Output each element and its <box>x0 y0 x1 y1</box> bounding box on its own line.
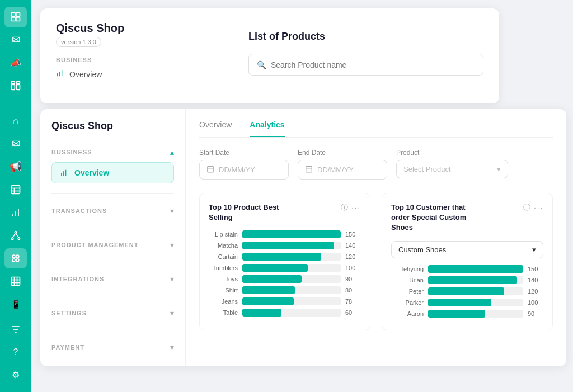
table-icon[interactable] <box>4 180 27 200</box>
filter-icon[interactable] <box>4 319 27 339</box>
bar-fill <box>428 310 485 318</box>
svg-point-23 <box>16 259 19 262</box>
end-date-input[interactable]: DD/MM/YY <box>298 160 387 180</box>
transactions-chevron <box>170 206 174 215</box>
nav-item-overview[interactable]: Overview <box>51 162 174 183</box>
business-chevron <box>170 148 174 157</box>
bar-fill <box>428 265 523 273</box>
info-icon-right[interactable] <box>523 202 530 212</box>
bar-label: Parker <box>391 299 424 306</box>
charts-row: Top 10 Product Best Selling Lip stain 15… <box>199 193 553 330</box>
mail-icon[interactable]: ✉ <box>4 30 27 50</box>
nav-section-business: BUSSINESS Overview <box>40 141 185 188</box>
svg-point-15 <box>15 232 16 233</box>
bar-label: Peter <box>391 288 424 295</box>
bar-track <box>242 309 341 317</box>
payment-chevron <box>170 343 174 352</box>
bar-fill <box>242 242 334 249</box>
settings-chevron <box>170 309 174 318</box>
payment-header[interactable]: PAYMENT <box>51 341 174 354</box>
bar-value: 78 <box>345 298 361 305</box>
bar-item: Table 60 <box>209 309 361 317</box>
chart-best-selling: Top 10 Product Best Selling Lip stain 15… <box>199 193 370 330</box>
more-icon-left[interactable] <box>351 204 361 212</box>
nav-section-settings: SETTINGS <box>40 302 185 324</box>
network-icon[interactable] <box>4 225 27 246</box>
bar-value: 80 <box>345 287 361 294</box>
integrations-header[interactable]: INTEGRATIONS <box>51 272 174 286</box>
bg-overview-label: Overview <box>69 70 102 79</box>
svg-point-22 <box>12 259 15 262</box>
home2-icon[interactable]: ⌂ <box>4 111 27 131</box>
tab-overview[interactable]: Overview <box>199 120 232 137</box>
bar-track <box>428 299 523 306</box>
bar-label: Matcha <box>209 242 238 249</box>
megaphone-icon[interactable]: 📣 <box>4 53 27 73</box>
bg-list-title: List of Products <box>248 31 483 42</box>
bar-fill <box>428 276 517 284</box>
product-label: Product <box>396 149 508 157</box>
bar-label: Jeans <box>209 298 238 305</box>
calendar-icon-start <box>206 165 214 174</box>
bar-item: Parker 100 <box>391 299 543 306</box>
svg-rect-42 <box>306 166 312 172</box>
products-header[interactable]: PRODUCT MANAGEMENT <box>51 238 174 252</box>
svg-rect-24 <box>12 277 20 285</box>
chart-left-actions <box>341 202 361 212</box>
bar-label: Shirt <box>209 287 238 294</box>
grid-icon[interactable] <box>4 75 27 96</box>
settings-header[interactable]: SETTINGS <box>51 306 174 320</box>
shop-name: Qiscus Shop <box>40 120 185 141</box>
bar-fill <box>242 275 302 283</box>
bar-item: Tumblers 100 <box>209 264 361 272</box>
info-icon-left[interactable] <box>341 202 348 212</box>
bar-track <box>242 286 341 294</box>
bar-value: 100 <box>528 299 543 306</box>
bar-label: Tumblers <box>209 265 238 271</box>
bar-label: Brian <box>391 277 424 284</box>
bar-item: Tehyung 150 <box>391 265 543 273</box>
bar-item: Lip stain 150 <box>209 230 361 238</box>
bar-label: Table <box>209 309 238 316</box>
bar-value: 150 <box>345 231 361 238</box>
phone-icon[interactable]: 📱 <box>4 294 27 314</box>
tab-analytics[interactable]: Analytics <box>250 120 284 137</box>
transactions-header[interactable]: TRANSACTIONS <box>51 204 174 218</box>
start-date-group: Start Date DD/MM/YY <box>199 149 289 180</box>
bar-fill <box>242 264 308 272</box>
search-input[interactable] <box>271 60 475 69</box>
mail2-icon[interactable]: ✉ <box>4 134 27 154</box>
chart-right-header: Top 10 Customer that order Special Custo… <box>391 202 543 233</box>
bar-track <box>242 275 341 283</box>
start-date-input[interactable]: DD/MM/YY <box>199 160 289 180</box>
business-section-header[interactable]: BUSSINESS <box>51 145 174 159</box>
bg-search-box[interactable] <box>248 54 483 76</box>
more-icon-right[interactable] <box>534 204 543 212</box>
product-select[interactable]: Select Product <box>396 160 508 178</box>
apps-icon[interactable] <box>4 248 27 269</box>
bg-overview-icon <box>56 69 65 79</box>
product-placeholder: Select Product <box>403 165 451 173</box>
grid2-icon[interactable] <box>4 271 27 291</box>
bar-track <box>428 310 523 318</box>
integrations-chevron <box>170 275 174 284</box>
bar-fill <box>428 299 491 306</box>
right-content: Overview Analytics Start Date DD/MM/YY <box>186 109 566 366</box>
svg-rect-2 <box>12 17 16 21</box>
nav-section-payment: PAYMENT <box>40 336 185 358</box>
shoes-dropdown[interactable]: Custom Shoes <box>391 241 543 258</box>
chart-left-header: Top 10 Product Best Selling <box>209 202 361 223</box>
sidebar: ✉ 📣 ⌂ ✉ 📢 <box>0 0 31 392</box>
payment-label: PAYMENT <box>51 344 84 351</box>
help-icon[interactable]: ? <box>4 342 27 362</box>
megaphone2-icon[interactable]: 📢 <box>4 157 27 177</box>
home-icon[interactable] <box>4 7 27 27</box>
bg-search-area: List of Products <box>248 31 483 76</box>
main-card: Qiscus Shop BUSSINESS Overview <box>40 109 566 366</box>
stats-icon[interactable] <box>4 202 27 223</box>
bar-value: 140 <box>345 242 361 249</box>
bar-value: 90 <box>345 276 361 282</box>
settings-icon[interactable]: ⚙ <box>4 365 27 385</box>
start-date-label: Start Date <box>199 149 289 157</box>
svg-rect-1 <box>16 13 20 17</box>
